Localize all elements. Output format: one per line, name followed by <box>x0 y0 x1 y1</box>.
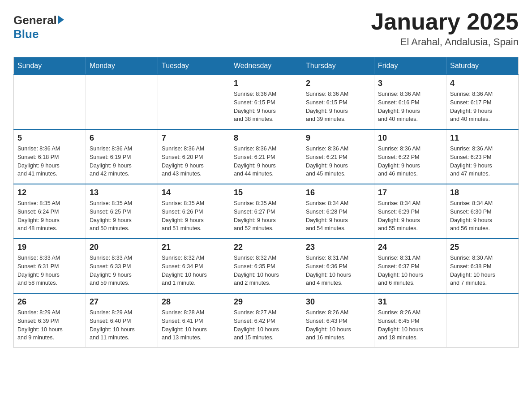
day-number: 24 <box>378 243 442 252</box>
weekday-header-sunday: Sunday <box>14 57 86 75</box>
week-row-2: 5Sunrise: 8:36 AMSunset: 6:18 PMDaylight… <box>14 129 519 184</box>
day-info: Sunrise: 8:27 AMSunset: 6:42 PMDaylight:… <box>234 308 298 342</box>
day-info: Sunrise: 8:34 AMSunset: 6:28 PMDaylight:… <box>306 199 370 233</box>
day-info: Sunrise: 8:36 AMSunset: 6:19 PMDaylight:… <box>90 145 154 178</box>
day-cell: 31Sunrise: 8:26 AMSunset: 6:45 PMDayligh… <box>374 293 446 348</box>
day-cell: 3Sunrise: 8:36 AMSunset: 6:16 PMDaylight… <box>374 75 446 129</box>
day-cell <box>86 75 158 129</box>
day-info: Sunrise: 8:32 AMSunset: 6:35 PMDaylight:… <box>234 254 298 287</box>
day-number: 18 <box>450 188 515 197</box>
day-info: Sunrise: 8:26 AMSunset: 6:45 PMDaylight:… <box>378 308 442 342</box>
week-row-5: 26Sunrise: 8:29 AMSunset: 6:39 PMDayligh… <box>14 293 519 348</box>
day-info: Sunrise: 8:36 AMSunset: 6:15 PMDaylight:… <box>234 90 298 124</box>
day-cell: 22Sunrise: 8:32 AMSunset: 6:35 PMDayligh… <box>230 239 302 293</box>
day-info: Sunrise: 8:34 AMSunset: 6:30 PMDaylight:… <box>450 199 515 233</box>
day-cell: 29Sunrise: 8:27 AMSunset: 6:42 PMDayligh… <box>230 293 302 348</box>
day-number: 14 <box>162 188 226 197</box>
day-number: 19 <box>17 243 82 252</box>
day-number: 20 <box>90 243 154 252</box>
day-number: 6 <box>90 133 154 143</box>
logo-blue-text: Blue <box>13 27 39 41</box>
day-number: 7 <box>162 133 226 143</box>
day-info: Sunrise: 8:36 AMSunset: 6:21 PMDaylight:… <box>306 145 370 178</box>
day-number: 25 <box>450 243 515 252</box>
day-number: 26 <box>17 297 82 307</box>
day-cell: 25Sunrise: 8:30 AMSunset: 6:38 PMDayligh… <box>446 239 519 293</box>
day-info: Sunrise: 8:35 AMSunset: 6:25 PMDaylight:… <box>90 199 154 233</box>
day-cell: 18Sunrise: 8:34 AMSunset: 6:30 PMDayligh… <box>446 184 519 239</box>
day-number: 21 <box>162 243 226 252</box>
day-info: Sunrise: 8:35 AMSunset: 6:24 PMDaylight:… <box>17 199 82 233</box>
day-number: 29 <box>234 297 298 307</box>
week-row-3: 12Sunrise: 8:35 AMSunset: 6:24 PMDayligh… <box>14 184 519 239</box>
day-cell: 11Sunrise: 8:36 AMSunset: 6:23 PMDayligh… <box>446 129 519 184</box>
calendar-title: January 2025 <box>371 9 519 34</box>
day-cell: 7Sunrise: 8:36 AMSunset: 6:20 PMDaylight… <box>158 129 230 184</box>
day-cell: 15Sunrise: 8:35 AMSunset: 6:27 PMDayligh… <box>230 184 302 239</box>
day-number: 28 <box>162 297 226 307</box>
day-cell <box>446 293 519 348</box>
day-info: Sunrise: 8:33 AMSunset: 6:33 PMDaylight:… <box>90 254 154 287</box>
day-cell: 14Sunrise: 8:35 AMSunset: 6:26 PMDayligh… <box>158 184 230 239</box>
day-info: Sunrise: 8:35 AMSunset: 6:27 PMDaylight:… <box>234 199 298 233</box>
day-number: 2 <box>306 79 370 88</box>
day-number: 17 <box>378 188 442 197</box>
day-number: 16 <box>306 188 370 197</box>
day-number: 9 <box>306 133 370 143</box>
weekday-header-thursday: Thursday <box>302 57 374 75</box>
day-cell: 23Sunrise: 8:31 AMSunset: 6:36 PMDayligh… <box>302 239 374 293</box>
day-number: 4 <box>450 79 515 88</box>
week-row-4: 19Sunrise: 8:33 AMSunset: 6:31 PMDayligh… <box>14 239 519 293</box>
weekday-header-monday: Monday <box>86 57 158 75</box>
day-info: Sunrise: 8:36 AMSunset: 6:22 PMDaylight:… <box>378 145 442 178</box>
week-row-1: 1Sunrise: 8:36 AMSunset: 6:15 PMDaylight… <box>14 75 519 129</box>
day-cell: 20Sunrise: 8:33 AMSunset: 6:33 PMDayligh… <box>86 239 158 293</box>
day-number: 31 <box>378 297 442 307</box>
day-number: 13 <box>90 188 154 197</box>
day-cell <box>158 75 230 129</box>
day-info: Sunrise: 8:36 AMSunset: 6:23 PMDaylight:… <box>450 145 515 178</box>
day-number: 8 <box>234 133 298 143</box>
weekday-header-wednesday: Wednesday <box>230 57 302 75</box>
day-info: Sunrise: 8:36 AMSunset: 6:21 PMDaylight:… <box>234 145 298 178</box>
day-info: Sunrise: 8:34 AMSunset: 6:29 PMDaylight:… <box>378 199 442 233</box>
weekday-header-row: SundayMondayTuesdayWednesdayThursdayFrid… <box>14 57 519 75</box>
day-info: Sunrise: 8:36 AMSunset: 6:16 PMDaylight:… <box>378 90 442 124</box>
day-cell: 26Sunrise: 8:29 AMSunset: 6:39 PMDayligh… <box>14 293 86 348</box>
day-number: 3 <box>378 79 442 88</box>
day-info: Sunrise: 8:31 AMSunset: 6:36 PMDaylight:… <box>306 254 370 287</box>
day-info: Sunrise: 8:26 AMSunset: 6:43 PMDaylight:… <box>306 308 370 342</box>
day-info: Sunrise: 8:31 AMSunset: 6:37 PMDaylight:… <box>378 254 442 287</box>
day-cell: 21Sunrise: 8:32 AMSunset: 6:34 PMDayligh… <box>158 239 230 293</box>
day-cell: 2Sunrise: 8:36 AMSunset: 6:15 PMDaylight… <box>302 75 374 129</box>
day-info: Sunrise: 8:36 AMSunset: 6:15 PMDaylight:… <box>306 90 370 124</box>
day-info: Sunrise: 8:29 AMSunset: 6:39 PMDaylight:… <box>17 308 82 342</box>
day-info: Sunrise: 8:32 AMSunset: 6:34 PMDaylight:… <box>162 254 226 287</box>
day-number: 15 <box>234 188 298 197</box>
day-info: Sunrise: 8:36 AMSunset: 6:17 PMDaylight:… <box>450 90 515 124</box>
day-cell: 17Sunrise: 8:34 AMSunset: 6:29 PMDayligh… <box>374 184 446 239</box>
page-header: General Blue January 2025 El Arahal, And… <box>13 9 519 48</box>
day-info: Sunrise: 8:33 AMSunset: 6:31 PMDaylight:… <box>17 254 82 287</box>
day-number: 22 <box>234 243 298 252</box>
day-number: 12 <box>17 188 82 197</box>
day-cell: 10Sunrise: 8:36 AMSunset: 6:22 PMDayligh… <box>374 129 446 184</box>
logo-general-text: General <box>13 13 57 27</box>
day-cell: 28Sunrise: 8:28 AMSunset: 6:41 PMDayligh… <box>158 293 230 348</box>
day-info: Sunrise: 8:36 AMSunset: 6:18 PMDaylight:… <box>17 145 82 178</box>
day-number: 11 <box>450 133 515 143</box>
day-number: 27 <box>90 297 154 307</box>
day-cell: 8Sunrise: 8:36 AMSunset: 6:21 PMDaylight… <box>230 129 302 184</box>
day-cell: 27Sunrise: 8:29 AMSunset: 6:40 PMDayligh… <box>86 293 158 348</box>
day-cell: 6Sunrise: 8:36 AMSunset: 6:19 PMDaylight… <box>86 129 158 184</box>
calendar-table: SundayMondayTuesdayWednesdayThursdayFrid… <box>13 57 519 348</box>
title-section: January 2025 El Arahal, Andalusia, Spain <box>371 9 519 48</box>
weekday-header-friday: Friday <box>374 57 446 75</box>
day-number: 1 <box>234 79 298 88</box>
day-info: Sunrise: 8:28 AMSunset: 6:41 PMDaylight:… <box>162 308 226 342</box>
day-cell <box>14 75 86 129</box>
day-cell: 12Sunrise: 8:35 AMSunset: 6:24 PMDayligh… <box>14 184 86 239</box>
logo-triangle-icon <box>58 15 64 24</box>
day-info: Sunrise: 8:29 AMSunset: 6:40 PMDaylight:… <box>90 308 154 342</box>
day-cell: 30Sunrise: 8:26 AMSunset: 6:43 PMDayligh… <box>302 293 374 348</box>
